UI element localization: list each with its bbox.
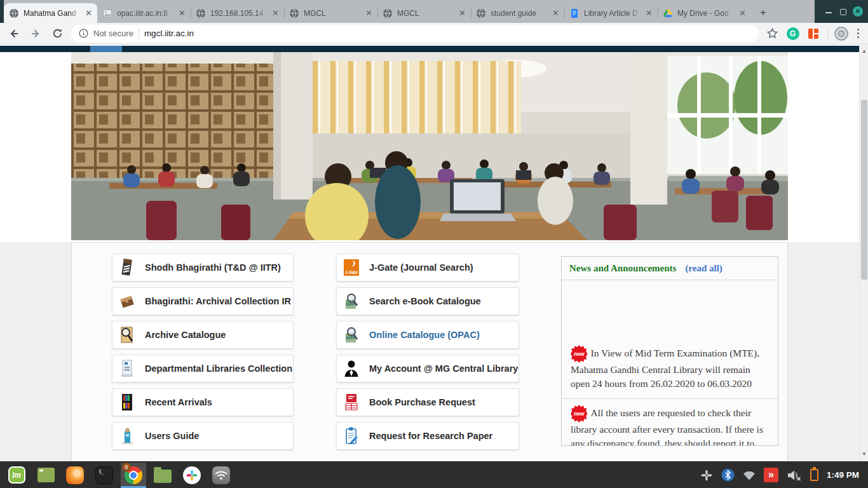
scroll-down-arrow[interactable]: ▼ [860,450,868,459]
book-search-icon [343,325,360,344]
link-online-catalogue-opac[interactable]: Online Catalogue (OPAC) [336,321,519,349]
link-shodh-bhagirathi[interactable]: Shodh Bhagirathi (T&D @ IITR) [112,254,294,281]
globe-icon [196,8,206,18]
link-departmental-libraries[interactable]: Departmental Libraries Collection [112,355,294,383]
link-label: Online Catalogue (OPAC) [369,330,480,340]
tab-ip-address[interactable]: 192.168.105.14 ✕ [191,3,284,23]
tab-close-icon[interactable]: ✕ [179,9,186,17]
show-desktop-button[interactable] [33,463,58,488]
news-panel: News and Announcements (read all) newIn … [561,256,778,446]
svg-text:J-Gate: J-Gate [345,270,358,274]
link-bhagirathi-archival[interactable]: Bhagirathi: Archival Collection IR [112,287,294,315]
url-separator [139,29,139,39]
tab-opac[interactable]: opac.iitr.ac.in:8 ✕ [97,3,191,23]
slack-launcher[interactable] [179,463,205,488]
reload-button[interactable] [50,26,65,41]
grid-extension-icon [808,28,819,39]
anydesk-icon[interactable]: » [764,468,778,482]
tab-title: MGCL [304,9,361,18]
back-button[interactable] [6,26,22,41]
tab-close-icon[interactable]: ✕ [739,9,746,17]
tab-student-guide[interactable]: student guide ✕ [471,3,564,23]
link-recent-arrivals[interactable]: Recent Arrivals [112,388,294,416]
new-badge: new [571,345,588,363]
link-label: Users Guide [145,431,199,441]
scrollbar-thumb[interactable] [861,100,867,280]
navbar-active-item[interactable] [90,46,122,52]
tab-close-icon[interactable]: ✕ [552,9,559,17]
grammarly-extension-icon[interactable]: G [787,27,799,40]
tab-mgcl-1[interactable]: MGCL ✕ [284,3,377,23]
tab-title: opac.iitr.ac.in:8 [117,9,174,18]
link-archive-catalogue[interactable]: Archive Catalogue [112,321,294,349]
link-request-research-paper[interactable]: Request for Research Paper [336,422,519,450]
folder-icon [154,470,172,483]
new-tab-button[interactable]: + [755,4,771,21]
scroll-up-arrow[interactable]: ▲ [860,47,868,56]
mint-menu-button[interactable]: lm [4,463,29,488]
read-all-link[interactable]: (read all) [685,263,722,274]
network-tool-launcher[interactable] [208,463,234,488]
tab-mahatma-gandhi[interactable]: Mahatma Gand ✕ [4,3,97,23]
tab-mgcl-2[interactable]: MGCL ✕ [377,3,471,23]
google-drive-icon [663,8,673,18]
network-wifi-icon[interactable] [743,470,756,480]
bluetooth-icon[interactable] [721,468,735,482]
bookmark-star-button[interactable] [765,26,780,41]
tab-title: student guide [491,9,548,18]
forward-button[interactable] [28,26,43,41]
restore-button[interactable] [839,8,846,15]
slack-tray-icon[interactable] [700,469,713,482]
page-scrollbar[interactable]: ▲ ▼ [859,44,868,461]
back-arrow-icon [8,27,20,40]
page-viewport: Shodh Bhagirathi (T&D @ IITR) Bhagirathi… [0,44,868,461]
minimize-button[interactable] [825,8,832,15]
tab-close-icon[interactable]: ✕ [646,9,653,17]
quick-links-left-column: Shodh Bhagirathi (T&D @ IITR) Bhagirathi… [112,254,294,456]
link-label: J-Gate (Journal Search) [369,262,473,273]
link-jgate[interactable]: J-Gate J-Gate (Journal Search) [336,254,519,281]
firefox-launcher[interactable] [62,463,88,488]
link-users-guide[interactable]: Users Guide [112,422,294,450]
image-placeholder-icon [102,8,112,18]
wifi-app-icon [212,466,230,484]
bookshelf-icon [119,393,135,412]
link-label: My Account @ MG Central Library [369,363,518,374]
news-item: newAll the users are requested to check … [562,398,778,446]
jgate-icon: J-Gate [343,258,360,277]
tab-close-icon[interactable]: ✕ [272,9,279,17]
terminal-launcher[interactable]: $_ [92,463,117,488]
mint-logo-icon: lm [8,466,25,484]
library-kiosk-icon [119,359,135,378]
tab-my-drive[interactable]: My Drive - Goo ✕ [658,3,751,23]
close-button[interactable]: ✕ [853,6,863,17]
clipboard-pencil-icon [343,426,360,445]
link-label: Request for Research Paper [369,431,492,441]
book-search-icon [343,292,360,311]
link-my-account[interactable]: My Account @ MG Central Library [336,355,519,383]
address-bar[interactable]: Not secure mgcl.iitr.ac.in [71,25,759,43]
window-controls: ✕ [815,0,868,23]
profile-avatar[interactable] [834,27,848,41]
link-search-ebook-catalogue[interactable]: Search e-Book Catalogue [336,287,519,315]
extension-icon[interactable] [806,26,821,41]
taskbar-clock[interactable]: 1:49 PM [827,470,859,480]
browser-menu-button[interactable] [855,26,862,41]
battery-icon[interactable] [810,469,818,481]
url-text: mgcl.iitr.ac.in [144,29,194,38]
new-badge: new [571,405,588,423]
toolbar-separator [827,28,828,39]
file-manager-launcher[interactable] [150,463,175,488]
globe-icon [289,8,299,18]
tab-close-icon[interactable]: ✕ [459,9,466,17]
system-tray: » 1:49 PM [700,468,864,482]
link-book-purchase-request[interactable]: Book Purchase Request [336,388,519,416]
volume-muted-icon[interactable] [787,469,802,482]
chrome-launcher[interactable]: 6 [121,463,146,488]
tab-library-article[interactable]: Library Article D ✕ [564,3,658,23]
link-label: Recent Arrivals [145,397,212,407]
tab-close-icon[interactable]: ✕ [365,9,372,17]
google-docs-icon [569,8,580,18]
tab-close-icon[interactable]: ✕ [85,9,92,17]
globe-icon [476,8,486,18]
